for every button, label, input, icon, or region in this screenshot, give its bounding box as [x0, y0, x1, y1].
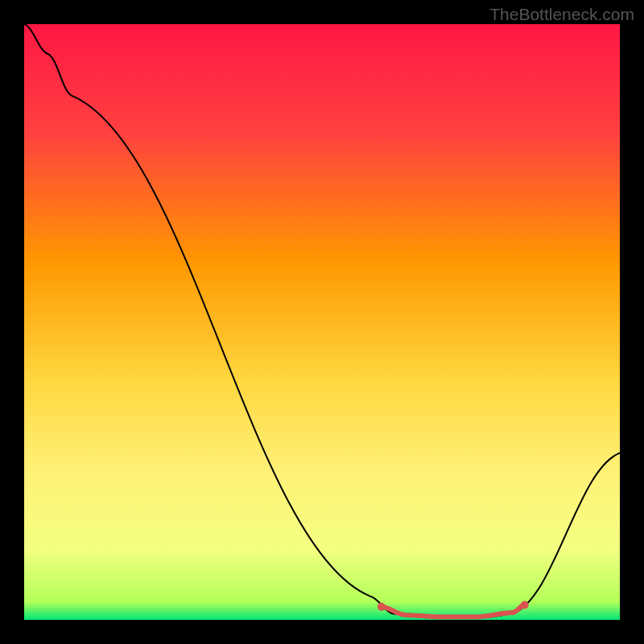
gradient-background — [24, 24, 620, 620]
chart-area — [24, 24, 620, 620]
attribution-text: TheBottleneck.com — [489, 5, 634, 24]
highlight-endpoint — [521, 601, 529, 609]
highlight-endpoint — [378, 603, 386, 611]
bottleneck-chart — [24, 24, 620, 620]
